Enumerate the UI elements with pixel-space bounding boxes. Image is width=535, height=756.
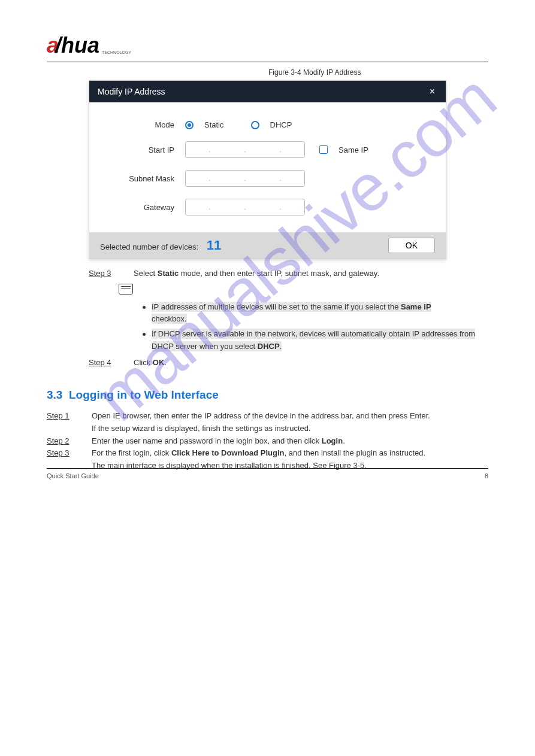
- dialog-body: Mode Static DHCP Start IP ...: [89, 102, 446, 232]
- login-step-3: Step 3 For the first login, click Click …: [47, 447, 488, 460]
- login-step-1: Step 1 Open IE browser, then enter the I…: [47, 410, 488, 423]
- bullet-icon: [143, 333, 146, 336]
- subnet-row: Subnet Mask ...: [107, 170, 428, 187]
- t: Select: [134, 269, 158, 278]
- note-bullets: IP addresses of multiple devices will be…: [89, 301, 488, 353]
- step-3-label: Step 3: [89, 268, 134, 280]
- footer-page-number: 8: [485, 472, 488, 479]
- dialog-title-text: Modify IP Address: [98, 87, 165, 96]
- note-item-2: If DHCP server is available in the netwo…: [143, 328, 488, 353]
- page-container: a /hua TECHNOLOGY Figure 3-4 Modify IP A…: [0, 0, 535, 497]
- t: , and then install the plugin as instruc…: [284, 448, 425, 457]
- page-footer: Quick Start Guide 8: [47, 468, 488, 479]
- footer-title: Quick Start Guide: [47, 472, 99, 479]
- dialog-footer: Selected number of devices: 11 OK: [89, 232, 446, 259]
- t: If DHCP server is available in the netwo…: [152, 329, 475, 351]
- step-4: Step 4 Click OK.: [89, 357, 488, 369]
- t-bold: Same IP: [401, 302, 431, 312]
- mode-row: Mode Static DHCP: [107, 120, 428, 129]
- page-header: a /hua TECHNOLOGY: [47, 33, 488, 62]
- step-4-label: Step 4: [89, 357, 134, 369]
- login-step-2-text: Enter the user name and password in the …: [92, 435, 488, 448]
- t: mode, and then enter start IP, subnet ma…: [179, 269, 379, 278]
- t: IP addresses of multiple devices will be…: [152, 302, 401, 312]
- t-bold: OK: [153, 358, 165, 367]
- section-heading: 3.3 Logging in to Web Interface: [47, 386, 488, 404]
- section-number: 3.3: [47, 388, 62, 401]
- logo-hua-text: /hua: [55, 33, 99, 58]
- selected-devices-text: Selected number of devices: 11: [100, 238, 221, 253]
- same-ip-label: Same IP: [338, 145, 368, 154]
- login-step-1-cont: If the setup wizard is displayed, finish…: [47, 423, 488, 435]
- t: .: [164, 358, 167, 367]
- logo-technology-text: TECHNOLOGY: [102, 50, 131, 54]
- t: .: [343, 436, 345, 445]
- t: Enter the user name and password in the …: [92, 436, 322, 445]
- section-title-text: Logging in to Web Interface: [69, 388, 219, 401]
- login-step-2-label: Step 2: [47, 435, 92, 448]
- mode-radio-group: Static DHCP: [185, 120, 292, 129]
- t-bold: Login: [322, 436, 343, 445]
- step-4-text: Click OK.: [134, 357, 488, 369]
- note-1-text: IP addresses of multiple devices will be…: [152, 301, 431, 326]
- note-item-1: IP addresses of multiple devices will be…: [143, 301, 488, 326]
- ok-button[interactable]: OK: [388, 238, 435, 253]
- subnet-label: Subnet Mask: [107, 174, 185, 183]
- gateway-input[interactable]: ...: [185, 199, 305, 215]
- login-step-3-text: For the first login, click Click Here to…: [92, 447, 488, 460]
- login-step-3-label: Step 3: [47, 447, 92, 460]
- dialog-titlebar: Modify IP Address ×: [89, 81, 446, 102]
- t: For the first login, click: [92, 448, 171, 457]
- brand-logo: a /hua TECHNOLOGY: [47, 33, 131, 58]
- radio-icon: [251, 121, 259, 129]
- login-step-2: Step 2 Enter the user name and password …: [47, 435, 488, 448]
- checkbox-icon: [319, 145, 328, 154]
- t-bold: DHCP: [258, 341, 280, 351]
- start-ip-row: Start IP ... Same IP: [107, 141, 428, 158]
- t: .: [280, 341, 282, 351]
- start-ip-label: Start IP: [107, 145, 185, 154]
- gateway-row: Gateway ...: [107, 199, 428, 215]
- modify-ip-dialog: Modify IP Address × Mode Static DHCP: [89, 80, 446, 259]
- login-step-1-label: Step 1: [47, 410, 92, 423]
- dhcp-label: DHCP: [270, 120, 292, 129]
- subnet-input[interactable]: ...: [185, 170, 305, 187]
- t-bold: Static: [158, 269, 179, 278]
- note-2-text: If DHCP server is available in the netwo…: [152, 328, 488, 353]
- t: Click: [134, 358, 153, 367]
- mode-label: Mode: [107, 120, 185, 129]
- t-bold: Click Here to Download Plugin: [171, 448, 285, 457]
- step-3: Step 3 Select Static mode, and then ente…: [89, 268, 488, 280]
- content-area: Step 3 Select Static mode, and then ente…: [47, 268, 488, 472]
- static-radio-item[interactable]: Static: [185, 120, 224, 129]
- t: checkbox.: [152, 314, 187, 324]
- step-3-text: Select Static mode, and then enter start…: [134, 268, 488, 280]
- login-step-1-text: Open IE browser, then enter the IP addre…: [92, 410, 488, 423]
- note-icon: [119, 284, 133, 294]
- selected-label: Selected number of devices:: [100, 242, 198, 251]
- start-ip-input[interactable]: ...: [185, 141, 305, 158]
- radio-icon: [185, 121, 194, 129]
- section-body: Step 1 Open IE browser, then enter the I…: [47, 410, 488, 472]
- figure-caption: Figure 3-4 Modify IP Address: [47, 68, 488, 77]
- gateway-label: Gateway: [107, 203, 185, 212]
- same-ip-checkbox[interactable]: Same IP: [319, 145, 368, 154]
- dhcp-radio-item[interactable]: DHCP: [251, 120, 292, 129]
- bullet-icon: [143, 306, 146, 309]
- device-count: 11: [207, 238, 221, 253]
- static-label: Static: [204, 120, 224, 129]
- close-icon[interactable]: ×: [427, 86, 437, 97]
